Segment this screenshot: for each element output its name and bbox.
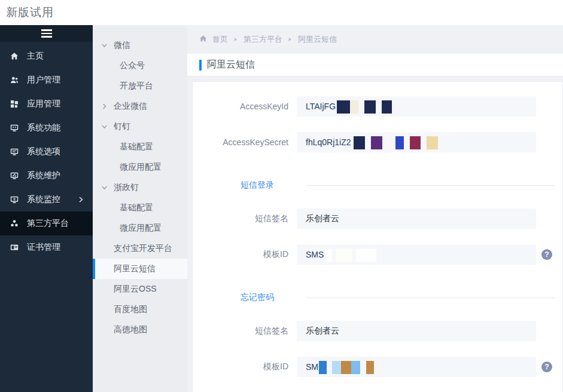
field-label: AccessKeyId	[193, 102, 288, 111]
redacted-value	[336, 99, 392, 114]
forgot-sms-signature-input[interactable]: 乐创者云	[297, 321, 536, 341]
login-template-id-input[interactable]: SMS	[297, 244, 536, 265]
breadcrumb-third-party[interactable]: 第三方平台	[244, 34, 282, 45]
chevron-down-icon	[101, 124, 108, 130]
breadcrumb-separator-icon	[233, 37, 238, 42]
sidebar-item-certificate-management[interactable]: 证书管理	[0, 235, 93, 259]
title-accent-bar	[199, 60, 202, 71]
submenu-group-zhezhengding[interactable]: 浙政钉	[93, 177, 187, 198]
submenu-item-dingtalk-basic-config[interactable]: 基础配置	[93, 137, 187, 157]
section-divider	[306, 185, 555, 186]
field-label: AccessKeySecret	[193, 137, 288, 147]
breadcrumb: 首页 第三方平台 阿里云短信	[187, 25, 563, 54]
sidebar-item-home[interactable]: 主页	[0, 44, 93, 68]
sidebar-item-system-maintenance[interactable]: 系统维护	[0, 164, 93, 188]
form-row-access-key-id: AccessKeyId LTAIjFG	[193, 96, 562, 117]
submenu-item-baidu-map[interactable]: 百度地图	[93, 299, 187, 320]
page-title-bar: 阿里云短信	[187, 54, 563, 76]
sidebar-item-system-options[interactable]: 系统选项	[0, 140, 93, 164]
sidebar-collapse-button[interactable]	[0, 25, 93, 42]
section-sms-login: 短信登录	[193, 180, 562, 191]
main-content: 首页 第三方平台 阿里云短信 阿里云短信 AccessKeyId LTAIjFG	[187, 25, 563, 392]
top-header: 新版试用	[0, 0, 563, 25]
sidebar-item-app-management[interactable]: 应用管理	[0, 92, 93, 116]
form-card: AccessKeyId LTAIjFG AccessKeySecret fhLq…	[192, 81, 563, 392]
submenu-item-aliyun-sms[interactable]: 阿里云短信	[93, 259, 187, 279]
system-maintenance-icon	[10, 171, 19, 180]
redacted-value	[351, 135, 438, 149]
section-title: 忘记密码	[193, 292, 288, 303]
form-row-forgot-template-id: 模板ID SM ?	[193, 357, 562, 377]
users-icon	[10, 75, 19, 85]
chevron-down-icon	[101, 185, 108, 191]
secondary-sidebar: 微信 公众号 开放平台 企业微信 钉钉 基础配置 微应用配置 浙政钉 基础配置 …	[93, 25, 187, 392]
form-row-access-key-secret: AccessKeySecret fhLq0Rj1iZ2	[193, 132, 562, 152]
sidebar-item-third-party-platform[interactable]: 第三方平台	[0, 212, 93, 235]
page-title: 阿里云短信	[207, 59, 255, 71]
brand-title: 新版试用	[6, 5, 54, 20]
home-icon	[10, 51, 19, 61]
submenu-item-open-platform[interactable]: 开放平台	[93, 76, 187, 96]
access-key-secret-input[interactable]: fhLq0Rj1iZ2	[297, 132, 536, 152]
third-party-icon	[10, 219, 19, 228]
chevron-down-icon	[101, 42, 108, 49]
breadcrumb-home[interactable]: 首页	[212, 34, 228, 45]
submenu-group-dingtalk[interactable]: 钉钉	[93, 117, 187, 137]
sidebar-item-user-management[interactable]: 用户管理	[0, 68, 93, 92]
redacted-value	[318, 360, 374, 374]
form-row-login-template-id: 模板ID SMS ?	[193, 244, 562, 265]
app-window: 新版试用 主页 用户管理 应用管理	[0, 0, 563, 392]
form-row-forgot-signature: 短信签名 乐创者云	[193, 321, 562, 341]
submenu-item-zzd-microapp-config[interactable]: 微应用配置	[93, 218, 187, 238]
sidebar-item-system-functions[interactable]: 系统功能	[0, 116, 93, 140]
system-options-icon	[10, 147, 19, 157]
apps-icon	[10, 99, 19, 109]
submenu-item-alipay-open-platform[interactable]: 支付宝开发平台	[93, 238, 187, 259]
submenu-item-zzd-basic-config[interactable]: 基础配置	[93, 198, 187, 218]
main-sidebar: 主页 用户管理 应用管理 系统功能 系统选项	[0, 25, 93, 392]
system-monitor-icon	[10, 195, 19, 204]
hamburger-icon	[41, 29, 52, 38]
redacted-value	[324, 247, 376, 262]
form-row-login-signature: 短信签名 乐创者云	[193, 209, 562, 229]
system-functions-icon	[10, 123, 19, 133]
field-label: 短信签名	[193, 213, 288, 224]
submenu-item-gaode-map[interactable]: 高德地图	[93, 320, 187, 340]
field-label: 短信签名	[193, 326, 288, 336]
section-forgot-password: 忘记密码	[193, 292, 562, 303]
home-icon	[199, 35, 207, 44]
breadcrumb-current: 阿里云短信	[298, 34, 337, 45]
help-icon[interactable]: ?	[541, 362, 552, 372]
forgot-template-id-input[interactable]: SM	[297, 357, 536, 377]
submenu-item-aliyun-oss[interactable]: 阿里云OSS	[93, 279, 187, 299]
sidebar-item-system-monitor[interactable]: 系统监控	[0, 188, 93, 212]
chevron-right-icon	[101, 103, 108, 110]
login-sms-signature-input[interactable]: 乐创者云	[297, 209, 536, 229]
chevron-right-icon	[77, 196, 84, 203]
submenu-item-official-account[interactable]: 公众号	[93, 56, 187, 76]
breadcrumb-separator-icon	[288, 37, 293, 42]
section-divider	[306, 298, 555, 298]
section-title: 短信登录	[193, 180, 288, 191]
submenu-item-dingtalk-microapp-config[interactable]: 微应用配置	[93, 157, 187, 177]
access-key-id-input[interactable]: LTAIjFG	[297, 96, 536, 117]
field-label: 模板ID	[193, 362, 288, 372]
submenu-group-wechat-work[interactable]: 企业微信	[93, 96, 187, 117]
field-label: 模板ID	[193, 249, 288, 260]
submenu-group-wechat[interactable]: 微信	[93, 35, 187, 56]
certificate-icon	[10, 243, 19, 252]
help-icon[interactable]: ?	[541, 249, 552, 260]
